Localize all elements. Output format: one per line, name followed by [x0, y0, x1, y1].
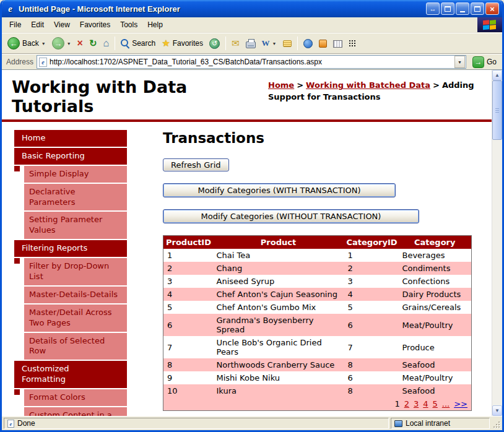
- pager-link-page-2[interactable]: 2: [404, 399, 409, 408]
- pager-ellipsis-link[interactable]: ...: [442, 399, 450, 408]
- forward-button[interactable]: → ▼: [49, 35, 74, 51]
- browser-viewport: Working with Data Tutorials Home>Working…: [2, 70, 502, 416]
- cell-product-row-7: Uncle Bob's Organic Dried Pears: [213, 336, 344, 358]
- cell-category-row-10: Seafood: [399, 384, 472, 397]
- site-title: Working with Data Tutorials: [12, 77, 268, 116]
- cell-categoryid-row-7: 7: [344, 336, 399, 358]
- close-icon: ×: [490, 4, 495, 14]
- edit-dropdown-icon[interactable]: ▼: [272, 41, 277, 46]
- refresh-button[interactable]: ↻: [86, 36, 100, 51]
- discuss-button[interactable]: [280, 38, 295, 49]
- home-button[interactable]: ⌂: [100, 36, 112, 51]
- go-button[interactable]: → Go: [469, 56, 500, 68]
- title-bar[interactable]: e Untitled Page - Microsoft Internet Exp…: [2, 0, 502, 17]
- status-bar: e Done Local intranet: [2, 416, 502, 430]
- sidebar-item-basic-reporting[interactable]: Basic Reporting: [14, 148, 127, 165]
- modify-without-transaction-button[interactable]: Modify Categories (WITHOUT TRANSACTION): [163, 209, 419, 223]
- pager-current-page: 1: [394, 399, 399, 408]
- maximize-button[interactable]: [471, 2, 484, 15]
- cell-productid-row-5: 5: [163, 301, 213, 314]
- resize-grip[interactable]: [492, 418, 501, 429]
- sidebar-item-custom-content-in-a[interactable]: Custom Content in a: [24, 407, 127, 416]
- refresh-icon: ↻: [89, 38, 97, 49]
- menu-help[interactable]: Help: [142, 19, 168, 31]
- sidebar-item-format-colors[interactable]: Format Colors: [24, 389, 127, 406]
- address-field[interactable]: e ▼: [37, 55, 466, 69]
- minimize-button[interactable]: [456, 2, 469, 15]
- sidebar-item-customized-formatting[interactable]: Customized Formatting: [14, 361, 127, 388]
- research-button[interactable]: [316, 38, 330, 50]
- menu-edit[interactable]: Edit: [26, 19, 49, 31]
- forward-icon: →: [52, 37, 64, 50]
- grid-row-8: 8Northwoods Cranberry Sauce8Seafood: [163, 358, 472, 371]
- address-bar: Address e ▼ → Go: [2, 54, 502, 70]
- modify-with-transaction-button[interactable]: Modify Categories (WITH TRANSACTION): [163, 183, 396, 197]
- sidebar-item-simple-display[interactable]: Simple Display: [24, 166, 127, 183]
- scrollbar-thumb[interactable]: [492, 80, 502, 140]
- messenger-button[interactable]: [300, 37, 316, 50]
- cell-product-row-8: Northwoods Cranberry Sauce: [213, 358, 344, 371]
- intranet-zone-icon: [394, 420, 402, 427]
- scroll-up-button[interactable]: ▲: [492, 70, 502, 80]
- sidebar-nav: HomeBasic ReportingSimple DisplayDeclara…: [14, 130, 127, 416]
- grid-row-5: 5Chef Anton's Gumbo Mix5Grains/Cereals: [163, 301, 472, 314]
- vertical-scrollbar[interactable]: ▲ ▼: [492, 70, 502, 416]
- sidebar-item-details-of-selected-row[interactable]: Details of Selected Row: [24, 333, 127, 360]
- cell-category-row-7: Produce: [399, 336, 472, 358]
- breadcrumb-link-working-with-batched-data[interactable]: Working with Batched Data: [306, 80, 430, 90]
- pager-link-page-5[interactable]: 5: [433, 399, 438, 408]
- grid-row-9: 9Mishi Kobe Niku6Meat/Poultry: [163, 371, 472, 384]
- search-button[interactable]: Search: [118, 37, 159, 50]
- cell-categoryid-row-2: 2: [344, 262, 399, 275]
- favorites-button[interactable]: ★ Favorites: [159, 36, 206, 51]
- main-content: Transactions Refresh Grid Modify Categor…: [163, 130, 492, 416]
- mail-button[interactable]: ✉: [228, 36, 243, 51]
- sidebar-item-home[interactable]: Home: [14, 130, 127, 147]
- menu-tools[interactable]: Tools: [115, 19, 142, 31]
- cell-productid-row-3: 3: [163, 275, 213, 288]
- pager-link-page-3[interactable]: 3: [414, 399, 419, 408]
- windows-flag-icon: [483, 19, 497, 30]
- addon-sites-button[interactable]: [330, 37, 345, 50]
- menu-view[interactable]: View: [49, 19, 75, 31]
- cell-product-row-6: Grandma's Boysenberry Spread: [213, 314, 344, 336]
- addon-grid-button[interactable]: [345, 38, 359, 49]
- window-mode-button[interactable]: [441, 2, 454, 15]
- pager-link-page-4[interactable]: 4: [423, 399, 428, 408]
- sidebar-item-setting-parameter-values[interactable]: Setting Parameter Values: [24, 212, 127, 239]
- grid-pager: 12345...>>: [163, 397, 472, 411]
- toolbar-separator: [297, 37, 298, 50]
- sidebar-item-filtering-reports[interactable]: Filtering Reports: [14, 240, 127, 257]
- resize-button[interactable]: ↔: [426, 2, 440, 15]
- cell-categoryid-row-5: 5: [344, 301, 399, 314]
- menu-favorites[interactable]: Favorites: [75, 19, 115, 31]
- history-button[interactable]: ↺: [206, 37, 223, 51]
- close-button[interactable]: ×: [485, 2, 499, 15]
- print-button[interactable]: [243, 37, 259, 50]
- pager-next-set-link[interactable]: >>: [454, 399, 467, 408]
- sidebar-item-master-detail-across-two-pages[interactable]: Master/Detail Across Two Pages: [24, 305, 127, 332]
- forward-dropdown-icon[interactable]: ▼: [67, 41, 71, 46]
- address-dropdown-button[interactable]: ▼: [454, 56, 465, 68]
- scrollbar-track[interactable]: [492, 80, 502, 405]
- back-dropdown-icon[interactable]: ▼: [41, 41, 46, 46]
- grid-header-row: ProductIDProductCategoryIDCategory: [163, 236, 472, 249]
- stop-button[interactable]: ×: [74, 37, 86, 50]
- breadcrumb-link-home[interactable]: Home: [268, 80, 294, 90]
- grid-row-7: 7Uncle Bob's Organic Dried Pears7Produce: [163, 336, 472, 358]
- edit-button[interactable]: W ▼: [259, 37, 280, 50]
- windows-logo: [477, 17, 502, 32]
- sidebar-item-declarative-parameters[interactable]: Declarative Parameters: [24, 184, 127, 211]
- home-icon: ⌂: [103, 38, 109, 49]
- scroll-down-button[interactable]: ▼: [492, 405, 502, 416]
- cell-productid-row-8: 8: [163, 358, 213, 371]
- back-button[interactable]: ← Back ▼: [4, 35, 49, 51]
- refresh-grid-button[interactable]: Refresh Grid: [163, 158, 229, 171]
- breadcrumb-separator: >: [297, 80, 303, 90]
- menu-file[interactable]: File: [4, 19, 26, 31]
- sidebar-item-filter-by-drop-down-list[interactable]: Filter by Drop-Down List: [24, 258, 127, 285]
- address-input[interactable]: [47, 56, 454, 67]
- cell-category-row-8: Seafood: [399, 358, 472, 371]
- sidebar-item-master-details-details[interactable]: Master-Details-Details: [24, 287, 127, 303]
- menu-bar: FileEditViewFavoritesToolsHelp: [2, 17, 502, 33]
